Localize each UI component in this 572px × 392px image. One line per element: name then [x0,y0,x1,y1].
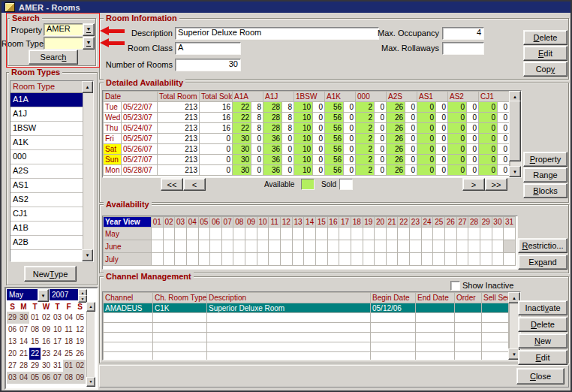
availability-day-cell[interactable] [175,253,187,266]
calendar-year-field[interactable]: 2007 [50,289,80,300]
da-page-next-button[interactable]: > [462,178,485,191]
description-field[interactable]: Superior Deluxe Room [175,27,379,40]
delete-room-button[interactable]: Delete [523,30,567,45]
availability-day-cell[interactable] [281,240,293,253]
availability-day-cell[interactable] [292,228,304,240]
inactivate-button[interactable]: Inactivate [518,300,567,315]
room-types-scroll-down-icon[interactable]: ▼ [82,249,93,261]
availability-day-cell[interactable] [304,253,316,266]
availability-day-cell[interactable] [375,240,387,253]
calendar-day[interactable]: 12 [74,324,86,336]
availability-day-cell[interactable] [421,240,433,253]
new-type-button[interactable]: New Type [24,266,77,282]
property-button[interactable]: Property [523,152,567,167]
restrictions-button[interactable]: Restrictio... [518,238,567,253]
availability-day-cell[interactable] [186,253,198,266]
calendar-day[interactable]: 24 [52,348,63,360]
availability-day-cell[interactable] [198,228,210,240]
availability-day-cell[interactable] [221,253,233,266]
availability-day-cell[interactable] [363,228,375,240]
availability-day-cell[interactable] [492,253,504,266]
availability-day-cell[interactable] [492,240,504,253]
calendar-scroll-down-icon[interactable]: ▼ [86,377,95,387]
availability-day-cell[interactable] [504,253,516,266]
calendar-day[interactable]: 31 [52,360,63,372]
availability-day-cell[interactable] [351,253,363,266]
calendar-day[interactable]: 05 [29,372,41,384]
availability-day-cell[interactable] [257,253,269,266]
availability-day-cell[interactable] [351,228,363,240]
availability-day-cell[interactable] [492,228,504,240]
availability-day-cell[interactable] [386,253,398,266]
max-occupancy-field[interactable]: 4 [442,27,484,40]
availability-day-cell[interactable] [398,240,410,253]
edit-channel-button[interactable]: Edit [518,350,567,365]
availability-day-cell[interactable] [152,253,164,266]
availability-day-cell[interactable] [198,253,210,266]
availability-day-cell[interactable] [233,253,245,266]
availability-year-view-table[interactable]: Year View0102030405060708091011121314151… [103,216,516,266]
calendar-day[interactable]: 23 [41,348,52,360]
room-type-item[interactable]: A1J [11,107,83,122]
channel-table[interactable]: ChannelCh. Room TypeDescriptionBegin Dat… [103,292,509,360]
calendar-day[interactable]: 28 [18,360,29,372]
calendar-day[interactable]: 17 [52,336,63,348]
room-type-item[interactable]: A1B [11,222,83,236]
availability-day-cell[interactable] [339,253,351,266]
number-of-rooms-field[interactable]: 30 [175,59,241,71]
da-scroll-thumb[interactable] [509,101,521,161]
da-row[interactable]: Wed05/23/072131622828810056020260000000 [104,113,510,123]
availability-day-cell[interactable] [386,240,398,253]
calendar-day[interactable]: 11 [63,324,74,336]
calendar-day[interactable]: 10 [52,324,63,336]
calendar-day[interactable]: 06 [41,372,52,384]
availability-day-cell[interactable] [468,228,480,240]
availability-day-cell[interactable] [445,228,457,240]
availability-day-cell[interactable] [198,240,210,253]
availability-day-cell[interactable] [210,228,222,240]
availability-day-cell[interactable] [421,253,433,266]
room-type-item[interactable]: A2B [11,236,83,250]
calendar-day[interactable]: 30 [41,360,52,372]
availability-day-cell[interactable] [480,253,492,266]
channel-row[interactable]: AMADEUSC1KSuperior Deluxe Room05/12/06 [104,303,509,313]
availability-day-cell[interactable] [221,240,233,253]
room-type-item[interactable]: A1K [11,136,83,150]
availability-day-cell[interactable] [257,228,269,240]
channel-empty-row[interactable] [104,313,509,323]
availability-day-cell[interactable] [175,240,187,253]
availability-day-cell[interactable] [375,253,387,266]
availability-day-cell[interactable] [363,253,375,266]
availability-day-cell[interactable] [163,240,175,253]
show-inactive-checkbox[interactable] [450,281,460,291]
da-scroll-down-icon[interactable]: ▼ [509,166,521,177]
availability-day-cell[interactable] [292,253,304,266]
calendar-day[interactable]: 01 [63,360,74,372]
channel-empty-row[interactable] [104,323,509,333]
room-type-item[interactable]: AS1 [11,179,83,193]
calendar-day[interactable]: 21 [18,348,29,360]
calendar-day[interactable]: 02 [74,360,86,372]
availability-day-cell[interactable] [175,228,187,240]
availability-day-cell[interactable] [398,228,410,240]
channel-empty-row[interactable] [104,333,509,342]
availability-day-cell[interactable] [398,253,410,266]
calendar-day[interactable]: 06 [7,324,18,336]
calendar-day[interactable]: 07 [52,372,63,384]
availability-day-cell[interactable] [433,253,445,266]
calendar-day[interactable]: 01 [29,312,41,324]
availability-day-cell[interactable] [351,240,363,253]
availability-day-cell[interactable] [245,240,257,253]
availability-day-cell[interactable] [327,240,339,253]
availability-day-cell[interactable] [269,228,281,240]
calendar-day[interactable]: 16 [41,336,52,348]
room-type-item[interactable]: A1A [11,93,83,107]
availability-day-cell[interactable] [410,253,422,266]
availability-day-cell[interactable] [504,240,516,253]
da-row[interactable]: Mon05/28/07213030036010056020260000000 [104,165,510,176]
channel-empty-row[interactable] [104,352,509,361]
calendar-day[interactable]: 26 [74,348,86,360]
calendar-day[interactable]: 19 [74,336,86,348]
availability-day-cell[interactable] [339,240,351,253]
da-row[interactable]: Tue05/22/072131622828810056020260000000 [104,102,510,113]
